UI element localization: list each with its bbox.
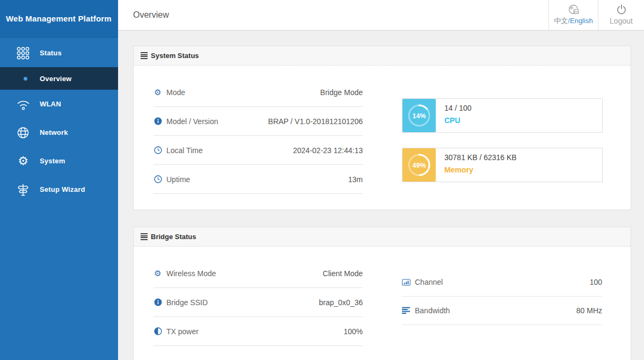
sidebar-item-label: Setup Wizard xyxy=(40,185,85,193)
list-icon xyxy=(141,52,148,59)
clock-icon xyxy=(153,146,162,154)
row-value: 100% xyxy=(343,327,363,336)
table-row: Model / Version BRAP / V1.0-201812101206 xyxy=(153,107,363,136)
sidebar-header: Web Management Platform xyxy=(0,0,118,38)
translate-icon: 中 En xyxy=(549,4,598,16)
grid-icon xyxy=(15,46,31,60)
system-status-rows: ⚙ Mode Bridge Mode Model / Version BRAP … xyxy=(153,66,363,194)
sidebar-item-status[interactable]: Status xyxy=(0,39,118,67)
row-value: 2024-02-23 12:44:13 xyxy=(293,146,363,155)
half-circle-icon xyxy=(153,327,162,335)
language-label: 中文/English xyxy=(549,16,598,26)
cpu-percent: 14% xyxy=(412,112,426,120)
info-icon xyxy=(153,117,162,125)
table-row: Uptime 13m xyxy=(153,165,363,194)
cpu-label: CPU xyxy=(444,116,472,125)
cpu-gauge: 14% xyxy=(402,99,436,132)
row-label: Channel xyxy=(415,278,443,286)
table-row: TX power 100% xyxy=(153,317,363,346)
cpu-info: 14 / 100 CPU xyxy=(436,99,472,132)
row-label: Uptime xyxy=(166,175,190,184)
row-label: Model / Version xyxy=(166,117,218,126)
cpu-gauge-card: 14% 14 / 100 CPU xyxy=(402,98,603,133)
bar-chart-icon xyxy=(402,278,411,286)
row-value: Client Mode xyxy=(323,269,363,278)
row-value: 80 MHz xyxy=(576,306,602,315)
wifi-icon xyxy=(15,98,31,111)
power-icon xyxy=(598,4,644,16)
main-content: System Status ⚙ Mode Bridge Mode Model /… xyxy=(118,31,644,360)
row-value: 100 xyxy=(590,278,602,286)
row-label: Wireless Mode xyxy=(166,269,216,278)
row-label: Local Time xyxy=(166,146,203,155)
sidebar-item-wlan[interactable]: WLAN xyxy=(0,90,118,118)
page-title: Overview xyxy=(133,0,169,30)
memory-value: 30781 KB / 62316 KB xyxy=(444,153,517,162)
row-label: Mode xyxy=(166,88,185,97)
gear-icon: ⚙ xyxy=(15,155,31,167)
sidebar-item-setup-wizard[interactable]: Setup Wizard xyxy=(0,175,118,204)
gear-icon: ⚙ xyxy=(153,88,162,96)
panel-title: System Status xyxy=(151,52,199,60)
cpu-value: 14 / 100 xyxy=(444,104,472,112)
bridge-status-panel: Bridge Status ⚙ Wireless Mode Client Mod… xyxy=(133,227,631,360)
row-value: 13m xyxy=(348,175,363,184)
logout-label: Logout xyxy=(598,17,644,25)
svg-text:中: 中 xyxy=(569,6,574,11)
bridge-status-header: Bridge Status xyxy=(134,227,631,247)
bridge-status-left-rows: ⚙ Wireless Mode Client Mode Bridge SSID … xyxy=(153,247,363,346)
panel-title: Bridge Status xyxy=(151,233,196,241)
sidebar-item-overview[interactable]: Overview xyxy=(0,67,118,90)
sidebar-item-system[interactable]: ⚙ System xyxy=(0,147,118,175)
memory-gauge-card: 49% 30781 KB / 62316 KB Memory xyxy=(402,148,603,182)
table-row: Bandwidth 80 MHz xyxy=(402,297,602,325)
row-label: Bridge SSID xyxy=(166,298,208,307)
language-en: English xyxy=(570,17,593,25)
language-zh: 中文 xyxy=(554,17,568,25)
logout-button[interactable]: Logout xyxy=(598,0,644,30)
sidebar-item-label: Overview xyxy=(40,75,71,83)
globe-icon xyxy=(15,126,31,140)
svg-text:En: En xyxy=(574,10,578,13)
table-row: ⚙ Wireless Mode Client Mode xyxy=(153,259,363,288)
dot-icon xyxy=(21,77,29,81)
memory-percent: 49% xyxy=(412,162,426,169)
gear-icon: ⚙ xyxy=(153,269,162,277)
topbar: Overview 中 En 中文/English Logout xyxy=(118,0,644,31)
system-status-panel: System Status ⚙ Mode Bridge Mode Model /… xyxy=(133,46,631,210)
row-label: TX power xyxy=(166,327,199,336)
bridge-status-right-rows: Channel 100 Bandwidth 80 MHz xyxy=(402,268,602,325)
app-title: Web Management Platform xyxy=(6,14,112,23)
info-icon xyxy=(153,298,162,306)
language-toggle-button[interactable]: 中 En 中文/English xyxy=(548,0,598,30)
signpost-icon xyxy=(15,183,31,197)
gauges: 14% 14 / 100 CPU 49% 307 xyxy=(402,98,603,197)
sidebar-item-label: WLAN xyxy=(40,100,61,108)
sidebar: Web Management Platform Status Overview xyxy=(0,0,118,360)
table-row: ⚙ Mode Bridge Mode xyxy=(153,78,363,107)
memory-label: Memory xyxy=(444,165,517,174)
system-status-header: System Status xyxy=(134,46,631,66)
sidebar-item-network[interactable]: Network xyxy=(0,118,118,147)
row-label: Bandwidth xyxy=(415,306,450,315)
memory-gauge: 49% xyxy=(402,148,436,182)
row-value: Bridge Mode xyxy=(320,88,363,97)
clock-icon xyxy=(153,175,162,183)
sidebar-item-label: Status xyxy=(40,49,62,57)
bandwidth-icon xyxy=(402,307,411,314)
table-row: Bridge SSID brap_0x0_36 xyxy=(153,288,363,317)
sidebar-item-label: Network xyxy=(40,128,68,136)
list-icon xyxy=(141,233,148,240)
row-value: BRAP / V1.0-201812101206 xyxy=(268,117,363,126)
sidebar-item-label: System xyxy=(40,157,65,165)
memory-info: 30781 KB / 62316 KB Memory xyxy=(436,148,517,182)
table-row: Local Time 2024-02-23 12:44:13 xyxy=(153,136,363,165)
sidebar-menu: Status Overview WLAN xyxy=(0,38,118,204)
row-value: brap_0x0_36 xyxy=(319,298,363,307)
table-row: Channel 100 xyxy=(402,268,602,297)
